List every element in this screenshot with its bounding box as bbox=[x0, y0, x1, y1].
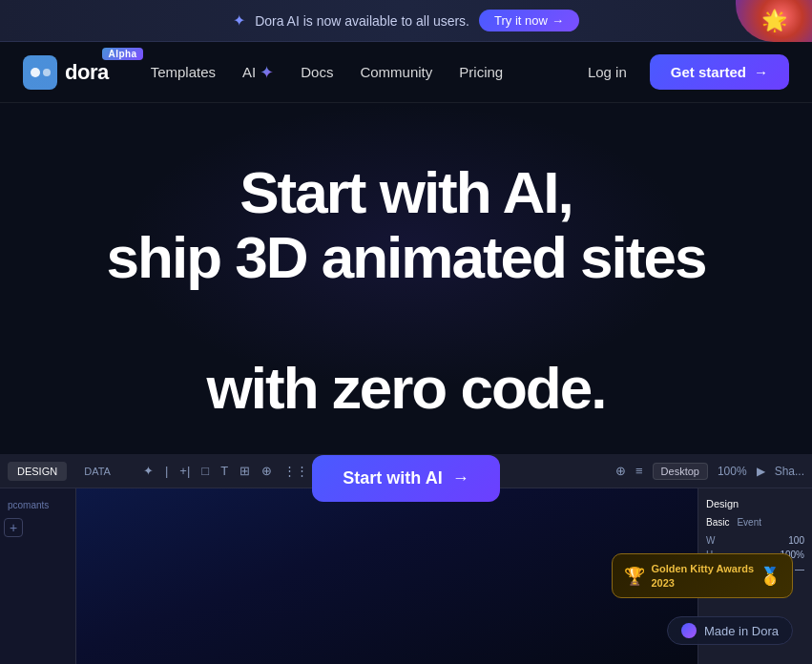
laurel-left-icon: 🏆 bbox=[624, 566, 645, 587]
made-in-dora-text: Made in Dora bbox=[704, 624, 779, 638]
nav-right: Log in Get started → bbox=[576, 54, 789, 90]
golden-kitty-text: Golden Kitty Awards 2023 bbox=[651, 562, 754, 590]
ai-stars-icon: ✦ bbox=[260, 62, 274, 83]
banner-cta-button[interactable]: Try it now → bbox=[479, 10, 579, 31]
hero-title: Start with AI, ship 3D animated sites wi… bbox=[107, 160, 706, 421]
login-button[interactable]: Log in bbox=[576, 56, 638, 88]
panel-tab-basic[interactable]: Basic bbox=[706, 517, 729, 528]
laurel-right-icon: 🥇 bbox=[760, 566, 781, 587]
get-started-button[interactable]: Get started → bbox=[650, 54, 789, 90]
nav-item-docs[interactable]: Docs bbox=[289, 56, 344, 88]
made-in-dora-badge: Made in Dora bbox=[667, 616, 793, 645]
dora-dot-icon bbox=[681, 623, 697, 638]
banner-message: Dora AI is now available to all users. bbox=[255, 13, 469, 29]
logo-area[interactable]: dora Alpha bbox=[23, 55, 109, 90]
svg-point-2 bbox=[43, 69, 51, 76]
add-layer-button[interactable]: + bbox=[4, 518, 23, 537]
logo-text: dora bbox=[65, 60, 109, 85]
alpha-badge: Alpha bbox=[102, 48, 142, 60]
hero-section: Start with AI, ship 3D animated sites wi… bbox=[0, 103, 812, 502]
golden-kitty-badge: 🏆 Golden Kitty Awards 2023 🥇 bbox=[612, 553, 793, 598]
nav-links: Templates AI ✦ Docs Community Pricing bbox=[139, 54, 576, 91]
nav-item-community[interactable]: Community bbox=[348, 56, 444, 88]
nav-item-pricing[interactable]: Pricing bbox=[448, 56, 514, 88]
navbar: dora Alpha Templates AI ✦ Docs Community… bbox=[0, 42, 812, 103]
nav-item-ai[interactable]: AI ✦ bbox=[231, 54, 285, 91]
banner-avatar: 🌟 bbox=[736, 0, 812, 42]
sparkle-icon: ✦ bbox=[233, 11, 245, 30]
panel-row-w: W 100 bbox=[706, 535, 804, 546]
svg-point-1 bbox=[31, 68, 40, 77]
dora-logo-icon bbox=[23, 55, 57, 90]
nav-item-templates[interactable]: Templates bbox=[139, 56, 227, 88]
announcement-banner: ✦ Dora AI is now available to all users.… bbox=[0, 0, 812, 42]
panel-tab-event[interactable]: Event bbox=[737, 517, 761, 528]
hero-cta-button[interactable]: Start with AI → bbox=[312, 455, 499, 502]
editor-sidebar: pcomants + bbox=[0, 488, 76, 664]
